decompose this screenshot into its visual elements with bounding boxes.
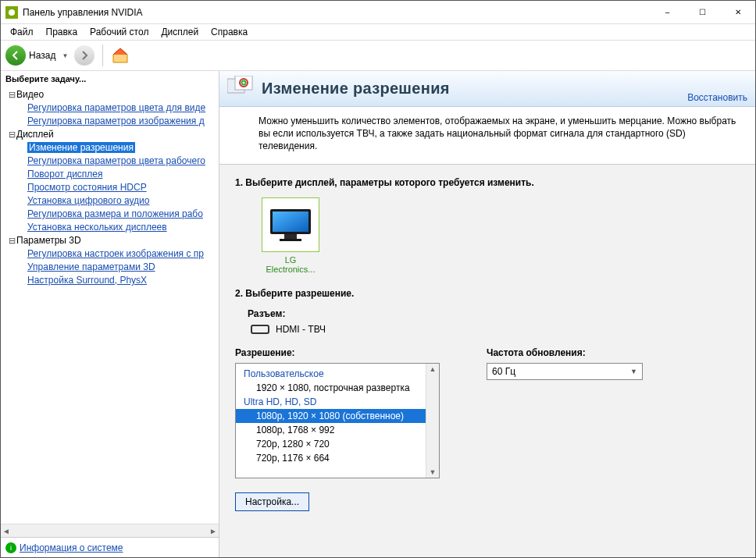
- tree-item[interactable]: Установка цифрового аудио: [27, 195, 149, 206]
- content-pane: Изменение разрешения Восстановить Можно …: [219, 71, 755, 557]
- configure-button[interactable]: Настройка...: [235, 492, 309, 511]
- refresh-rate-value: 60 Гц: [492, 366, 515, 377]
- list-item[interactable]: 720p, 1176 × 664: [236, 451, 439, 465]
- nav-back-button[interactable]: [5, 45, 26, 66]
- hdmi-icon: [251, 325, 269, 334]
- page-description: Можно уменьшить количество элементов, от…: [219, 107, 755, 164]
- tree-item[interactable]: Поворот дисплея: [27, 169, 103, 179]
- list-group-custom: Пользовательское: [236, 367, 439, 381]
- tree-3d[interactable]: Параметры 3D: [16, 235, 81, 246]
- nav-forward-button[interactable]: [74, 45, 94, 66]
- titlebar: Панель управления NVIDIA – ☐ ✕: [1, 1, 755, 24]
- list-item[interactable]: 1080p, 1768 × 992: [236, 423, 439, 437]
- tree-item-change-resolution[interactable]: Изменение разрешения: [27, 142, 135, 153]
- tree-video[interactable]: Видео: [16, 89, 44, 100]
- tree-item[interactable]: Просмотр состояния HDCP: [27, 182, 147, 193]
- system-info-bar: i Информация о системе: [1, 537, 219, 557]
- connector-label: Разъем:: [248, 308, 740, 319]
- sidebar-header: Выберите задачу...: [1, 71, 219, 87]
- step2-title: 2. Выберите разрешение.: [235, 288, 740, 299]
- sidebar: Выберите задачу... ⊟Видео Регулировка па…: [1, 71, 219, 557]
- info-icon: i: [5, 542, 16, 553]
- tree-item[interactable]: Регулировка размера и положения рабо: [27, 208, 203, 219]
- display-selector[interactable]: [262, 197, 319, 252]
- svg-rect-7: [284, 234, 297, 239]
- toolbar-separator: [102, 44, 103, 66]
- nav-back-dropdown[interactable]: ▼: [59, 52, 71, 59]
- system-info-link[interactable]: Информация о системе: [20, 542, 123, 553]
- tree-item[interactable]: Управление параметрами 3D: [27, 261, 155, 272]
- window-title: Панель управления NVIDIA: [23, 7, 650, 18]
- monitor-icon: [269, 208, 312, 242]
- svg-rect-8: [280, 239, 301, 241]
- tree-item[interactable]: Регулировка параметров цвета для виде: [27, 102, 205, 113]
- menu-display[interactable]: Дисплей: [156, 25, 203, 39]
- menu-desktop[interactable]: Рабочий стол: [85, 25, 153, 39]
- svg-rect-2: [235, 76, 252, 90]
- tree-item[interactable]: Настройка Surround, PhysX: [27, 275, 147, 286]
- refresh-rate-select[interactable]: 60 Гц ▼: [487, 363, 643, 380]
- display-name: LG Electronics...: [262, 255, 319, 274]
- page-title: Изменение разрешения: [262, 80, 687, 98]
- tree-item[interactable]: Регулировка параметров цвета рабочего: [27, 155, 205, 166]
- menu-file[interactable]: Файл: [5, 25, 38, 39]
- sidebar-hscrollbar[interactable]: ◄►: [1, 524, 219, 537]
- resolution-listbox[interactable]: Пользовательское 1920 × 1080, построчная…: [235, 363, 440, 478]
- tree-item[interactable]: Установка нескольких дисплеев: [27, 222, 167, 233]
- toolbar: Назад ▼: [1, 40, 755, 71]
- chevron-down-icon: ▼: [630, 368, 637, 375]
- svg-rect-6: [273, 211, 308, 232]
- svg-point-0: [9, 9, 15, 16]
- menubar: Файл Правка Рабочий стол Дисплей Справка: [1, 24, 755, 40]
- nav-back-label: Назад: [29, 50, 55, 61]
- page-header: Изменение разрешения Восстановить: [219, 71, 755, 107]
- tree-toggle-3d[interactable]: ⊟: [7, 234, 16, 247]
- restore-link[interactable]: Восстановить: [687, 92, 747, 103]
- resolution-icon: [227, 76, 254, 102]
- task-tree: ⊟Видео Регулировка параметров цвета для …: [1, 87, 219, 524]
- maximize-button[interactable]: ☐: [685, 1, 720, 23]
- menu-help[interactable]: Справка: [206, 25, 252, 39]
- menu-edit[interactable]: Правка: [41, 25, 83, 39]
- tree-item[interactable]: Регулировка настроек изображения с пр: [27, 248, 204, 259]
- tree-display[interactable]: Дисплей: [16, 129, 54, 140]
- listbox-scrollbar[interactable]: ▲▼: [426, 364, 439, 478]
- tree-toggle-video[interactable]: ⊟: [7, 88, 16, 101]
- list-item[interactable]: 720p, 1280 × 720: [236, 437, 439, 451]
- list-item-selected[interactable]: 1080p, 1920 × 1080 (собственное): [236, 409, 439, 423]
- minimize-button[interactable]: –: [650, 1, 685, 23]
- home-icon[interactable]: [111, 46, 130, 65]
- close-button[interactable]: ✕: [720, 1, 755, 23]
- nvidia-app-icon: [5, 6, 18, 19]
- tree-item[interactable]: Регулировка параметров изображения д: [27, 116, 205, 126]
- list-item[interactable]: 1920 × 1080, построчная развертка: [236, 381, 439, 395]
- list-group-hd: Ultra HD, HD, SD: [236, 395, 439, 409]
- tree-toggle-display[interactable]: ⊟: [7, 128, 16, 141]
- resolution-label: Разрешение:: [235, 347, 440, 358]
- connector-value: HDMI - ТВЧ: [276, 324, 326, 335]
- step1-title: 1. Выберите дисплей, параметры которого …: [235, 177, 740, 188]
- refresh-label: Частота обновления:: [487, 347, 643, 358]
